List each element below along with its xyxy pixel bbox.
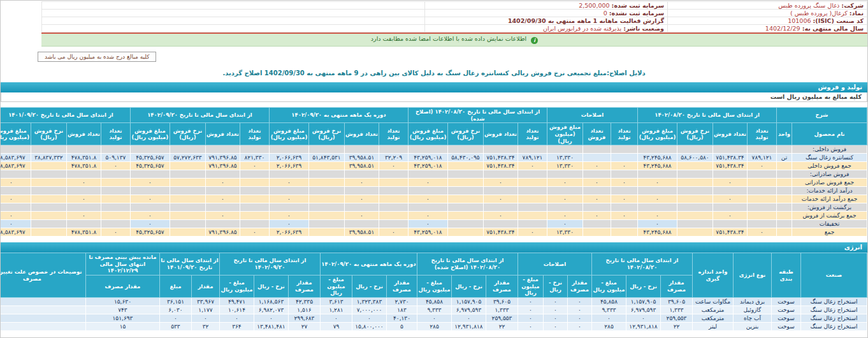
table-cell: ۰ xyxy=(130,195,170,203)
table-cell: ۰ xyxy=(517,314,543,322)
table-cell xyxy=(517,170,547,179)
table-cell xyxy=(308,179,344,187)
table-cell: ۰ xyxy=(408,220,447,228)
table-cell: ۳۹,۹۵۸.۵۱ xyxy=(344,162,379,170)
table-row: کد صنعت (ISIC): 101006 گزارش فعالیت ماها… xyxy=(42,17,867,25)
table-cell xyxy=(748,220,777,228)
table-cell: ۳,۶۱۳ xyxy=(320,297,352,305)
table-row: کنسانتره زغال سنگتن۷۸۹,۱۲۱۷۵۱,۴۳۸.۳۴۵۸,۶… xyxy=(0,154,867,162)
column-header: مبلغ فروش (میلیون ریال) xyxy=(638,123,677,145)
column-header: تعداد تولید xyxy=(748,123,777,145)
table-cell xyxy=(308,195,344,203)
production-sales-subtitle: کلیه مبالغ به میلیون ریال است xyxy=(1,92,867,102)
table-cell: برق دیماند xyxy=(734,297,772,305)
table-cell xyxy=(170,145,205,154)
column-header: مبلغ فروش (میلیون ریال) xyxy=(130,123,170,145)
column-header: مقدار مصرف xyxy=(85,276,159,298)
table-cell: ۳۳,۹۶۷ xyxy=(191,297,219,305)
table-cell: مگاوات ساعت xyxy=(693,297,734,305)
symbol-cell: نماد: کزغال( پرورده طبس ) xyxy=(668,10,867,17)
table-row: برگشت از فروش: xyxy=(0,203,867,212)
table-cell xyxy=(777,170,792,179)
table-cell: ۰ xyxy=(205,212,240,220)
table-cell xyxy=(379,220,408,228)
table-cell xyxy=(517,203,547,212)
table-cell: ۰ xyxy=(254,314,288,322)
table-cell xyxy=(713,170,748,179)
table-cell xyxy=(408,170,447,179)
table-cell xyxy=(713,203,748,212)
table-cell: ۴۷۸,۳۵۱.۸ xyxy=(66,154,101,162)
table-cell: ۴۲,۳۳۵ xyxy=(288,297,320,305)
table-cell: ۶,۰۳۰ xyxy=(159,305,191,314)
table-cell: ۰ xyxy=(0,179,31,187)
table-cell xyxy=(611,203,638,212)
table-cell xyxy=(611,220,638,228)
table-cell: ۲,۷۳۰ xyxy=(386,297,417,305)
table-row: جمع۰۷۵۱,۴۳۸.۳۴۴۳,۲۴۵,۶۸۸۱۳,۳۳۰۰۷۵۱,۴۳۸.۳… xyxy=(0,228,867,237)
table-cell xyxy=(677,212,713,220)
column-header: مقدار مصرف xyxy=(568,276,592,298)
fiscal-year-cell: سال مالی منتهی به: 1402/12/29 xyxy=(668,25,867,33)
table-cell: ۱,۱۵۷,۹۰۵ xyxy=(626,297,661,305)
table-cell: ۴۰,۱۳۰ xyxy=(386,314,417,322)
table-cell xyxy=(677,187,713,195)
table-cell: ۰ xyxy=(66,212,101,220)
column-header: مبلغ فروش (میلیون ریال) xyxy=(408,123,447,145)
table-cell xyxy=(408,145,447,154)
table-cell: ۰ xyxy=(417,314,451,322)
table-cell xyxy=(0,187,31,195)
table-cell xyxy=(611,170,638,179)
column-group-header: از ابتدای سال مالی تا تاریخ ۱۴۰۲/۰۹/۳۰ xyxy=(130,108,269,123)
column-header: مبلغ فروش (میلیون ریال) xyxy=(0,123,31,145)
table-cell: کنسانتره زغال سنگ xyxy=(792,154,867,162)
table-cell: ۰ xyxy=(568,314,592,322)
table-cell: ۰ xyxy=(269,179,308,187)
table-cell xyxy=(748,145,777,154)
table-cell: گازوئیل xyxy=(734,305,772,314)
column-header: نرخ فروش (ریال) xyxy=(31,123,66,145)
table-cell: ۰ xyxy=(626,314,661,322)
table-cell xyxy=(344,170,379,179)
capital-unregistered-cell: سرمایه ثبت نشده: 0 xyxy=(425,10,668,17)
table-cell xyxy=(31,220,66,228)
table-cell: ۲۹۹,۶۸۳ xyxy=(288,314,320,322)
table-cell xyxy=(517,187,547,195)
table-cell xyxy=(31,187,66,195)
table-row: جمع برگشت از فروش۰۰۰۰۰۰۰۰۰۰۰۰۰ xyxy=(0,212,867,220)
unit-note-button[interactable]: کلیه مبالغ درج شده به میلیون ریال می باش… xyxy=(38,52,156,62)
table-cell: ۰ xyxy=(713,179,748,187)
column-header: مبلغ - میلیون ریال xyxy=(417,276,451,298)
table-cell: ۰ xyxy=(611,195,638,203)
table-cell: ۳۶۴ xyxy=(219,322,254,330)
table-cell: ۰ xyxy=(547,179,582,187)
signature-match-banner: i اطلاعات نمایش داده شده با اطلاعات امضا… xyxy=(41,33,867,47)
table-cell: ۳۹,۹۵۸.۵۱ xyxy=(344,154,379,162)
table-cell xyxy=(0,145,31,154)
column-header: مبلغ - میلیون ریال xyxy=(320,276,352,298)
table-cell xyxy=(66,170,101,179)
table-cell: ۶,۹۷۹,۵۹۳ xyxy=(626,305,661,314)
column-group-header: اصلاحات xyxy=(547,108,637,123)
table-row: فروش داخلی: xyxy=(0,145,867,154)
table-cell: ۳۹,۶۰۵ xyxy=(486,297,517,305)
column-header: تعداد فروش xyxy=(713,123,748,145)
table-cell: ۰ xyxy=(408,179,447,187)
table-cell: ۷۹۱,۳۹۶.۸۵ xyxy=(205,228,240,237)
column-group-header: از ابتدای سال مالی تا تاریخ ۱۴۰۱/۰۹/۳۰ xyxy=(0,108,130,123)
table-cell: ۷۵۱,۴۳۸.۳۴ xyxy=(713,228,748,237)
column-group-header: از ابتدای سال مالی تا تاریخ ۱۴۰۲/۰۹/۳۰ xyxy=(219,253,320,276)
table-cell xyxy=(777,212,792,220)
table-cell xyxy=(713,187,748,195)
column-header: نرخ - ریال xyxy=(352,276,386,298)
fiscal-year-value: 1402/12/29 xyxy=(765,25,800,32)
table-cell xyxy=(344,187,379,195)
table-cell: ۲,۰۶۶,۶۳۹ xyxy=(269,228,308,237)
table-cell: ۴۵,۳۲۵,۶۵۷ xyxy=(130,162,170,170)
table-cell xyxy=(31,162,66,170)
table-cell xyxy=(170,170,205,179)
report-title-cell: گزارش فعالیت ماهانه 1 ماهه منتهی به 1402… xyxy=(425,17,668,25)
table-cell xyxy=(170,179,205,187)
table-cell: ۵۸,۶۰۰,۵۸۰ xyxy=(677,154,713,162)
table-cell xyxy=(308,203,344,212)
